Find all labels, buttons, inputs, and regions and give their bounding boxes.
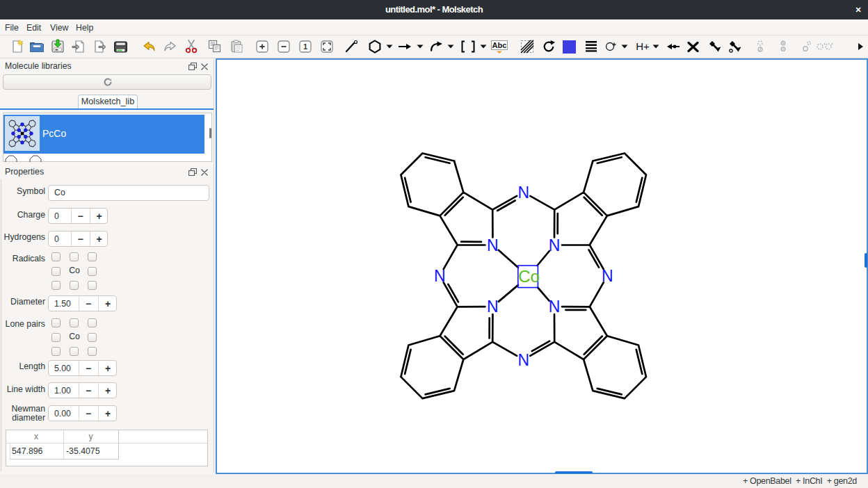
svg-text:N: N (517, 184, 529, 202)
svg-text:N: N (549, 236, 561, 254)
svg-text:Abc: Abc (492, 41, 507, 49)
svg-text:1: 1 (303, 42, 307, 51)
svg-text:N: N (517, 351, 529, 369)
svg-text:N: N (487, 236, 499, 254)
svg-text:N: N (434, 267, 446, 285)
svg-text:N: N (602, 267, 613, 285)
svg-text:N: N (549, 298, 561, 316)
svg-text:Co: Co (518, 267, 540, 286)
svg-text:H+: H+ (636, 41, 650, 52)
svg-text:N: N (487, 298, 499, 316)
